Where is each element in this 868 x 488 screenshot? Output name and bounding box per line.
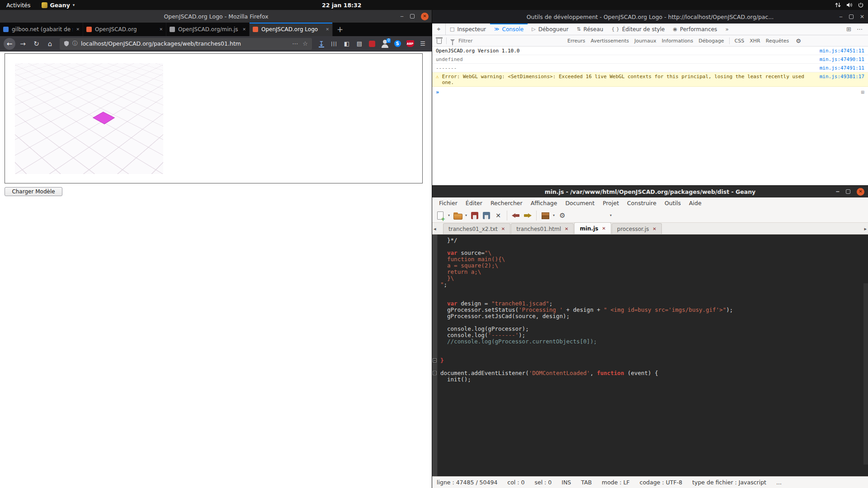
devtools-tab-inspector[interactable]: □Inspecteur bbox=[446, 23, 490, 35]
close-button[interactable]: ✕ bbox=[860, 14, 864, 20]
url-bar[interactable]: ⓘ localhost/OpenJSCAD.org/packages/web/t… bbox=[60, 38, 312, 50]
page-actions-icon[interactable]: ⋯ bbox=[292, 40, 298, 47]
node-picker-icon[interactable]: ⌖ bbox=[432, 23, 446, 35]
account-icon[interactable]: 0 bbox=[379, 38, 391, 50]
sidebar-icon[interactable]: ◧ bbox=[341, 38, 353, 50]
filter-button[interactable]: CSS bbox=[732, 37, 747, 45]
activities-button[interactable]: Activités bbox=[0, 2, 37, 9]
close-document-icon[interactable] bbox=[493, 210, 504, 221]
tab-scroll-right-icon[interactable]: ▸ bbox=[864, 226, 867, 232]
menu-document[interactable]: Document bbox=[561, 199, 599, 207]
focused-app-menu[interactable]: Geany ▾ bbox=[37, 2, 80, 9]
split-console-icon[interactable]: ⊞ bbox=[846, 26, 851, 33]
editor-scrollbar[interactable] bbox=[863, 283, 868, 465]
devtools-tab-performance[interactable]: ◉Performances bbox=[669, 23, 721, 35]
fold-marker-icon[interactable]: − bbox=[433, 358, 437, 362]
navigate-back-icon[interactable] bbox=[510, 210, 521, 221]
editor-tab[interactable]: tranches01.html✕ bbox=[511, 223, 574, 234]
firefox-titlebar[interactable]: OpenJSCAD.org Logo - Mozilla Firefox ‒ ✕ bbox=[0, 10, 432, 23]
close-button[interactable]: ✕ bbox=[421, 13, 429, 20]
minimize-button[interactable]: ‒ bbox=[836, 188, 840, 195]
tab-close-icon[interactable]: ✕ bbox=[159, 27, 163, 32]
downloads-icon[interactable]: ↧ bbox=[316, 38, 327, 50]
minimize-button[interactable]: ‒ bbox=[839, 14, 843, 20]
open-folder-icon[interactable] bbox=[452, 210, 463, 221]
extension-s-icon[interactable]: S bbox=[392, 38, 403, 50]
bookmark-star-icon[interactable]: ☆ bbox=[302, 40, 308, 47]
console-prompt[interactable]: » ⊞ bbox=[432, 87, 868, 98]
console-source-link[interactable]: min.js:47451:11 bbox=[820, 48, 864, 54]
3d-canvas[interactable] bbox=[15, 63, 163, 174]
editor[interactable]: −− }*/ var source="\ function main(){\ a… bbox=[432, 235, 868, 476]
extension-red-icon[interactable] bbox=[366, 38, 378, 50]
site-info-icon[interactable]: ⓘ bbox=[72, 40, 78, 47]
home-button[interactable]: ⌂ bbox=[44, 38, 56, 50]
devtools-tab-network[interactable]: ⇅Réseau bbox=[572, 23, 607, 35]
firefox-tab[interactable]: OpenJSCAD.org✕ bbox=[83, 23, 166, 36]
filter-button[interactable]: Requêtes bbox=[764, 37, 791, 45]
close-button[interactable]: ✕ bbox=[857, 188, 864, 196]
minimize-button[interactable]: ‒ bbox=[400, 13, 404, 19]
filter-button[interactable]: Erreurs bbox=[565, 37, 588, 45]
filter-button[interactable]: Informations bbox=[660, 37, 695, 45]
maximize-button[interactable] bbox=[410, 14, 415, 19]
fold-marker-icon[interactable]: − bbox=[433, 371, 437, 375]
reload-button[interactable]: ↻ bbox=[30, 38, 42, 50]
compile-icon[interactable] bbox=[540, 210, 551, 221]
library-icon[interactable]: ||| bbox=[328, 38, 340, 50]
maximize-button[interactable] bbox=[846, 189, 850, 194]
dropdown-arrow-icon[interactable]: ▾ bbox=[552, 213, 556, 217]
editor-tab[interactable]: processor.js✕ bbox=[612, 223, 662, 234]
menu-éditer[interactable]: Éditer bbox=[462, 199, 486, 207]
filter-button[interactable]: Avertissements bbox=[589, 37, 632, 45]
firefox-tab[interactable]: gilboo.net (gabarit de st✕ bbox=[0, 23, 83, 36]
load-model-button[interactable]: Charger Modèle bbox=[5, 187, 62, 196]
new-tab-button[interactable]: + bbox=[333, 23, 347, 36]
menu-affichage[interactable]: Affichage bbox=[527, 199, 561, 207]
forward-button[interactable]: → bbox=[17, 38, 29, 50]
tab-close-icon[interactable]: ✕ bbox=[565, 226, 568, 231]
firefox-tab[interactable]: OpenJSCAD.org Logo✕ bbox=[250, 23, 333, 36]
menu-fichier[interactable]: Fichier bbox=[435, 199, 462, 207]
url-text[interactable]: localhost/OpenJSCAD.org/packages/web/tra… bbox=[81, 40, 289, 47]
save-file-icon[interactable] bbox=[469, 210, 480, 221]
new-file-icon[interactable] bbox=[435, 210, 446, 221]
editor-tab[interactable]: min.js✕ bbox=[574, 222, 611, 234]
navigate-forward-icon[interactable] bbox=[522, 210, 533, 221]
menu-aide[interactable]: Aide bbox=[685, 199, 706, 207]
dropdown-arrow-icon[interactable]: ▾ bbox=[464, 213, 468, 217]
back-button[interactable]: ← bbox=[4, 38, 15, 50]
editor-tab[interactable]: tranches01_x2.txt✕ bbox=[443, 223, 510, 234]
adblock-plus-icon[interactable]: ABP bbox=[404, 38, 416, 50]
tab-close-icon[interactable]: ✕ bbox=[501, 226, 505, 231]
console-filter-input[interactable] bbox=[458, 38, 562, 44]
devtools-titlebar[interactable]: Outils de développement - OpenJSCAD.org … bbox=[432, 10, 868, 23]
devtools-tab-style-editor[interactable]: { }Éditeur de style bbox=[607, 23, 669, 35]
tab-close-icon[interactable]: ✕ bbox=[326, 27, 329, 32]
filter-button[interactable]: XHR bbox=[747, 37, 762, 45]
more-tabs-icon[interactable]: » bbox=[721, 23, 732, 35]
devtools-tab-debugger[interactable]: ▷Débogueur bbox=[528, 23, 572, 35]
menu-construire[interactable]: Construire bbox=[623, 199, 660, 207]
console-source-link[interactable]: min.js:49381:17 bbox=[820, 74, 864, 80]
save-all-icon[interactable] bbox=[481, 210, 492, 221]
tab-close-icon[interactable]: ✕ bbox=[76, 27, 80, 32]
system-status-area[interactable] bbox=[835, 2, 863, 8]
menu-outils[interactable]: Outils bbox=[660, 199, 685, 207]
filter-button[interactable]: Journaux bbox=[632, 37, 658, 45]
menu-projet[interactable]: Projet bbox=[599, 199, 623, 207]
hamburger-menu-icon[interactable]: ☰ bbox=[417, 38, 429, 50]
console-source-link[interactable]: min.js:47490:11 bbox=[820, 56, 864, 62]
clear-console-icon[interactable] bbox=[437, 39, 442, 44]
maximize-button[interactable] bbox=[849, 14, 854, 19]
devtools-menu-icon[interactable]: ⋯ bbox=[857, 26, 863, 33]
tab-close-icon[interactable]: ✕ bbox=[602, 226, 605, 231]
highlights-icon[interactable]: ▤ bbox=[354, 38, 365, 50]
devtools-tab-console[interactable]: ≫Console bbox=[490, 23, 528, 35]
console-source-link[interactable]: min.js:47491:11 bbox=[820, 65, 864, 71]
firefox-tab[interactable]: OpenJSCAD.org/min.js a✕ bbox=[166, 23, 250, 36]
geany-titlebar[interactable]: min.js - /var/www/html/OpenJSCAD.org/pac… bbox=[432, 186, 868, 197]
tracking-protection-icon[interactable] bbox=[64, 41, 69, 47]
settings-gear-icon[interactable]: ⚙ bbox=[796, 38, 801, 44]
tab-scroll-left-icon[interactable]: ◂ bbox=[434, 226, 436, 232]
